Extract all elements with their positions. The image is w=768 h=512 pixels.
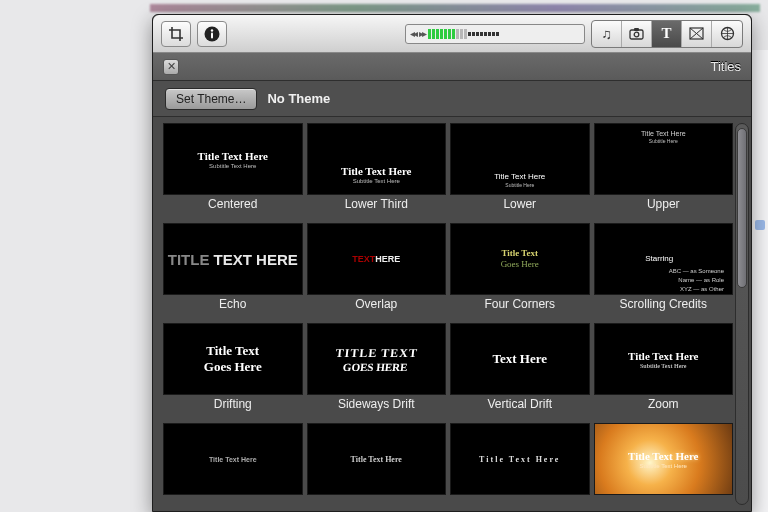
- title-item-vertical-drift[interactable]: Text Here Vertical Drift: [450, 323, 590, 419]
- thumb-overlap: TEXTHERE: [307, 223, 447, 295]
- scrollbar-thumb[interactable]: [737, 128, 747, 288]
- title-item-row4-3[interactable]: Title Text Here: [450, 423, 590, 511]
- thumb-centered: Title Text HereSubtitle Text Here: [163, 123, 303, 195]
- theme-bar: Set Theme… No Theme: [153, 81, 751, 117]
- title-item-centered[interactable]: Title Text HereSubtitle Text Here Center…: [163, 123, 303, 219]
- titles-tab[interactable]: T: [652, 21, 682, 47]
- caption: Overlap: [355, 298, 397, 310]
- title-item-echo[interactable]: TITLE TEXT HERE Echo: [163, 223, 303, 319]
- thumb-lower: Title Text HereSubtitle Here: [450, 123, 590, 195]
- titles-grid-wrap: Title Text HereSubtitle Text Here Center…: [153, 117, 751, 511]
- caption: Sideways Drift: [338, 398, 415, 410]
- thumb-zoom: Title Text HereSubtitle Text Here: [594, 323, 734, 395]
- thumb-lower-third: Title Text HereSubtitle Text Here: [307, 123, 447, 195]
- title-item-row4-2[interactable]: Title Text Here: [307, 423, 447, 511]
- thumb-row4-1: Title Text Here: [163, 423, 303, 495]
- caption: Drifting: [214, 398, 252, 410]
- thumb-upper: Title Text HereSubtitle Here: [594, 123, 734, 195]
- title-item-lower[interactable]: Title Text HereSubtitle Here Lower: [450, 123, 590, 219]
- thumb-scrolling-credits: Starring ABC — as Someone Name — as Role…: [594, 223, 734, 295]
- panel-header: ✕ Titles: [153, 53, 751, 81]
- svg-point-5: [634, 32, 639, 37]
- right-gutter: [752, 50, 768, 512]
- title-item-drifting[interactable]: Title TextGoes Here Drifting: [163, 323, 303, 419]
- svg-rect-2: [211, 32, 213, 38]
- titles-icon: T: [661, 25, 671, 42]
- thumb-vertical-drift: Text Here: [450, 323, 590, 395]
- title-item-lower-third[interactable]: Title Text HereSubtitle Text Here Lower …: [307, 123, 447, 219]
- caption: Vertical Drift: [487, 398, 552, 410]
- rewind-icon: ◂◂: [410, 28, 416, 39]
- crop-icon: [168, 26, 184, 42]
- title-item-scrolling-credits[interactable]: Starring ABC — as Someone Name — as Role…: [594, 223, 734, 319]
- caption: Echo: [219, 298, 246, 310]
- thumb-drifting: Title TextGoes Here: [163, 323, 303, 395]
- svg-rect-3: [630, 30, 643, 39]
- thumb-lens-flare: Title Text HereSubtitle Text Here: [594, 423, 734, 495]
- title-item-four-corners[interactable]: Title TextGoes Here Four Corners: [450, 223, 590, 319]
- thumb-row4-2: Title Text Here: [307, 423, 447, 495]
- grid-scrollbar[interactable]: [735, 123, 749, 505]
- app-toolbar: ◂◂ ▸▸ ♫ T: [153, 15, 751, 53]
- transitions-icon: [689, 27, 704, 40]
- audio-meter: ◂◂ ▸▸: [405, 24, 585, 44]
- info-button[interactable]: [197, 21, 227, 47]
- title-item-overlap[interactable]: TEXTHERE Overlap: [307, 223, 447, 319]
- music-icon: ♫: [601, 26, 612, 42]
- thumb-row4-3: Title Text Here: [450, 423, 590, 495]
- caption: Four Corners: [484, 298, 555, 310]
- caption: Zoom: [648, 398, 679, 410]
- thumb-sideways-drift: TITLE TEXTGOES HERE: [307, 323, 447, 395]
- title-item-sideways-drift[interactable]: TITLE TEXTGOES HERE Sideways Drift: [307, 323, 447, 419]
- svg-rect-4: [634, 28, 639, 31]
- titles-grid: Title Text HereSubtitle Text Here Center…: [163, 123, 733, 511]
- crop-button[interactable]: [161, 21, 191, 47]
- caption: Scrolling Credits: [620, 298, 707, 310]
- thumb-four-corners: Title TextGoes Here: [450, 223, 590, 295]
- caption: Upper: [647, 198, 680, 210]
- title-item-row4-1[interactable]: Title Text Here: [163, 423, 303, 511]
- title-item-upper[interactable]: Title Text HereSubtitle Here Upper: [594, 123, 734, 219]
- maps-tab[interactable]: [712, 21, 742, 47]
- music-tab[interactable]: ♫: [592, 21, 622, 47]
- globe-icon: [720, 26, 735, 41]
- transitions-tab[interactable]: [682, 21, 712, 47]
- title-item-zoom[interactable]: Title Text HereSubtitle Text Here Zoom: [594, 323, 734, 419]
- forward-icon: ▸▸: [419, 28, 425, 39]
- browser-tabs: ♫ T: [591, 20, 743, 48]
- camera-icon: [629, 27, 644, 40]
- thumb-echo: TITLE TEXT HERE: [163, 223, 303, 295]
- titles-browser-window: ◂◂ ▸▸ ♫ T ✕ Titles Set Th: [152, 14, 752, 512]
- current-theme-label: No Theme: [267, 91, 330, 106]
- caption: Centered: [208, 198, 257, 210]
- caption: Lower: [503, 198, 536, 210]
- photos-tab[interactable]: [622, 21, 652, 47]
- title-item-lens-flare[interactable]: Title Text HereSubtitle Text Here: [594, 423, 734, 511]
- caption: Lower Third: [345, 198, 408, 210]
- close-panel-button[interactable]: ✕: [163, 59, 179, 75]
- panel-title: Titles: [710, 59, 741, 74]
- set-theme-button[interactable]: Set Theme…: [165, 88, 257, 110]
- level-bars: [428, 29, 580, 39]
- svg-point-1: [211, 29, 213, 31]
- info-icon: [203, 25, 221, 43]
- background-media-strip: [150, 4, 760, 12]
